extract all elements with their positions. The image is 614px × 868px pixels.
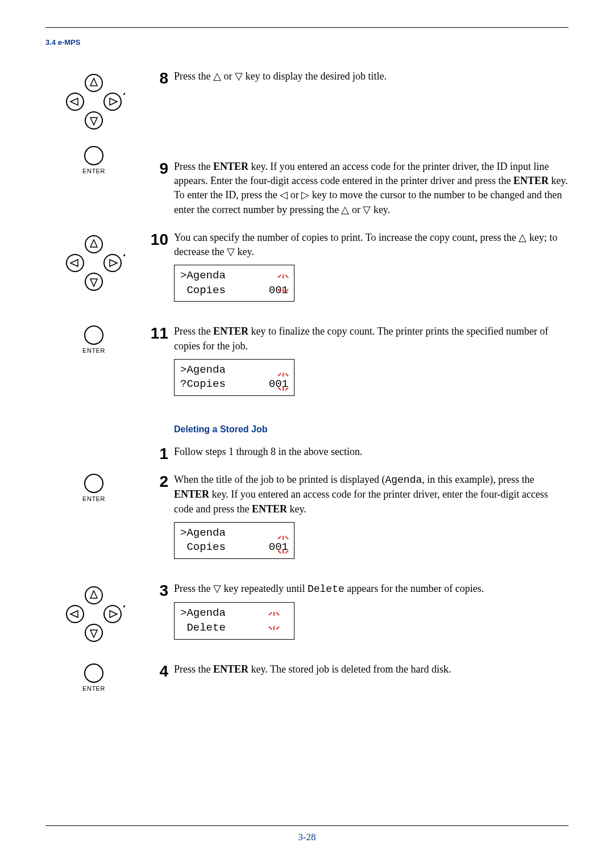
step-number: 1 <box>142 445 174 462</box>
svg-line-20 <box>285 275 288 278</box>
svg-marker-5 <box>110 98 117 105</box>
step-number: 4 <box>142 662 174 679</box>
step-10-text: You can specify the number of copies to … <box>174 231 569 259</box>
step-number: 3 <box>142 582 174 599</box>
dpad-icon: ? <box>63 583 125 645</box>
delete-step-2: When the title of the job to be printed … <box>174 473 569 516</box>
svg-text:?: ? <box>123 603 125 615</box>
svg-point-42 <box>85 624 102 641</box>
svg-line-23 <box>285 289 288 292</box>
enter-key-icon: ENTER <box>80 326 108 363</box>
step-11-text: Press the ENTER key to finalize the copy… <box>174 324 569 353</box>
svg-line-47 <box>276 612 279 615</box>
svg-line-18 <box>278 275 281 278</box>
delete-step-3: Press the ▽ key repeatedly until Delete … <box>174 582 569 596</box>
svg-point-4 <box>104 93 121 110</box>
svg-line-50 <box>276 627 279 629</box>
svg-text:?: ? <box>123 252 125 264</box>
svg-line-21 <box>278 289 281 292</box>
svg-line-32 <box>285 536 288 539</box>
top-rule <box>45 27 569 28</box>
step-8-text: Press the △ or ▽ key to display the desi… <box>174 69 569 84</box>
section-tag: 3.4 e-MPS <box>45 38 569 47</box>
enter-key-icon: ENTER <box>80 663 108 701</box>
delete-step-1: Follow steps 1 through 8 in the above se… <box>174 445 569 459</box>
enter-label: ENTER <box>82 347 105 354</box>
svg-marker-43 <box>90 630 97 637</box>
svg-marker-37 <box>90 591 97 598</box>
enter-key-icon: ENTER <box>80 146 108 183</box>
enter-label: ENTER <box>82 168 105 174</box>
svg-marker-3 <box>70 98 78 105</box>
svg-point-2 <box>67 93 84 110</box>
svg-point-40 <box>104 606 121 623</box>
step-9-text: Press the ENTER key. If you entered an a… <box>174 160 569 217</box>
svg-line-48 <box>269 627 272 629</box>
svg-point-36 <box>85 587 102 604</box>
svg-marker-41 <box>110 611 117 617</box>
lcd-display: >Agenda Delete <box>174 602 294 639</box>
svg-line-45 <box>269 612 272 615</box>
blink-cursor-icon <box>276 535 291 555</box>
svg-point-6 <box>85 112 102 129</box>
dpad-icon: ? <box>63 232 125 294</box>
blink-cursor-icon <box>276 372 291 392</box>
svg-line-29 <box>285 387 288 390</box>
svg-point-38 <box>67 606 84 623</box>
enter-label: ENTER <box>82 495 105 502</box>
step-number: 8 <box>142 69 174 86</box>
svg-line-35 <box>285 550 288 553</box>
step-number: 11 <box>142 324 174 341</box>
svg-marker-14 <box>110 260 117 266</box>
step-number: 10 <box>142 231 174 248</box>
svg-point-11 <box>67 254 84 272</box>
subheading-delete: Deleting a Stored Job <box>174 424 569 435</box>
lcd-display: >Agenda Copies001 <box>174 265 294 302</box>
page-number: 3-28 <box>0 832 614 843</box>
svg-line-33 <box>278 550 281 553</box>
svg-line-24 <box>278 373 281 376</box>
step-number: 9 <box>142 160 174 177</box>
lcd-display: >Agenda ?Copies001 <box>174 359 294 396</box>
svg-point-0 <box>85 74 102 91</box>
svg-line-27 <box>278 387 281 390</box>
svg-point-9 <box>85 236 102 253</box>
bottom-rule <box>45 825 569 826</box>
svg-marker-1 <box>90 78 97 86</box>
step-number: 2 <box>142 473 174 490</box>
svg-point-15 <box>85 273 102 290</box>
svg-marker-10 <box>90 240 97 247</box>
dpad-icon: ? <box>63 70 125 133</box>
svg-text:?: ? <box>123 91 125 102</box>
enter-key-icon: ENTER <box>80 474 108 511</box>
svg-marker-12 <box>70 260 78 266</box>
content: ? ENTER 8 Press the △ or ▽ key to displa… <box>45 69 569 701</box>
svg-point-13 <box>104 254 121 272</box>
lcd-display: >Agenda Copies001 <box>174 522 294 559</box>
svg-line-30 <box>278 536 281 539</box>
svg-marker-16 <box>90 279 97 286</box>
svg-marker-7 <box>90 118 97 125</box>
delete-step-4: Press the ENTER key. The stored job is d… <box>174 662 569 677</box>
blink-cursor-icon <box>267 611 281 631</box>
enter-label: ENTER <box>82 685 105 692</box>
svg-marker-39 <box>70 611 78 617</box>
blink-cursor-icon <box>276 273 291 294</box>
svg-line-26 <box>285 373 288 376</box>
